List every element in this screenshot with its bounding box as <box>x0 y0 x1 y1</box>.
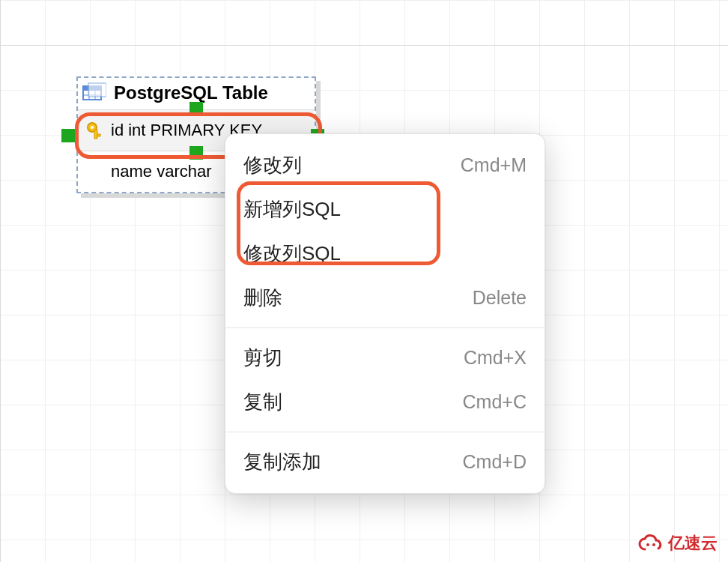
menu-label: 复制添加 <box>243 449 321 475</box>
menu-shortcut: Cmd+C <box>463 391 527 413</box>
svg-point-7 <box>91 126 94 129</box>
menu-item-copy[interactable]: 复制 Cmd+C <box>225 380 545 424</box>
menu-item-delete[interactable]: 删除 Delete <box>225 276 545 320</box>
column-definition: name varchar <box>111 162 212 181</box>
menu-label: 删除 <box>243 285 282 311</box>
context-menu: 修改列 Cmd+M 新增列SQL 修改列SQL 删除 Delete 剪切 Cmd… <box>225 133 545 494</box>
watermark-text: 亿速云 <box>668 532 718 555</box>
menu-label: 修改列SQL <box>243 241 341 267</box>
menu-shortcut: Cmd+D <box>463 451 527 473</box>
svg-rect-9 <box>97 134 100 136</box>
svg-point-10 <box>646 543 649 546</box>
table-title: PostgreSQL Table <box>114 82 268 103</box>
menu-item-edit-column[interactable]: 修改列 Cmd+M <box>225 143 545 187</box>
resize-handle-left[interactable] <box>61 129 75 142</box>
menu-shortcut: Delete <box>473 287 527 309</box>
resize-handle-bottom[interactable] <box>189 146 203 160</box>
cloud-icon <box>638 534 664 552</box>
menu-label: 复制 <box>243 389 282 415</box>
watermark: 亿速云 <box>638 532 718 555</box>
menu-shortcut: Cmd+M <box>461 154 527 176</box>
menu-label: 剪切 <box>243 345 282 371</box>
svg-rect-5 <box>88 83 106 97</box>
menu-item-add-column-sql[interactable]: 新增列SQL <box>225 187 545 232</box>
menu-item-cut[interactable]: 剪切 Cmd+X <box>225 336 545 380</box>
svg-rect-8 <box>94 130 97 139</box>
menu-item-edit-column-sql[interactable]: 修改列SQL <box>225 232 545 276</box>
svg-point-11 <box>652 543 655 546</box>
table-icon <box>82 82 106 103</box>
menu-label: 修改列 <box>243 152 302 178</box>
menu-separator <box>225 327 545 328</box>
resize-handle-top[interactable] <box>189 102 203 115</box>
menu-label: 新增列SQL <box>243 196 341 223</box>
menu-separator <box>225 432 545 432</box>
menu-item-copy-add[interactable]: 复制添加 Cmd+D <box>225 440 545 484</box>
primary-key-icon <box>85 121 105 140</box>
menu-shortcut: Cmd+X <box>464 347 527 369</box>
